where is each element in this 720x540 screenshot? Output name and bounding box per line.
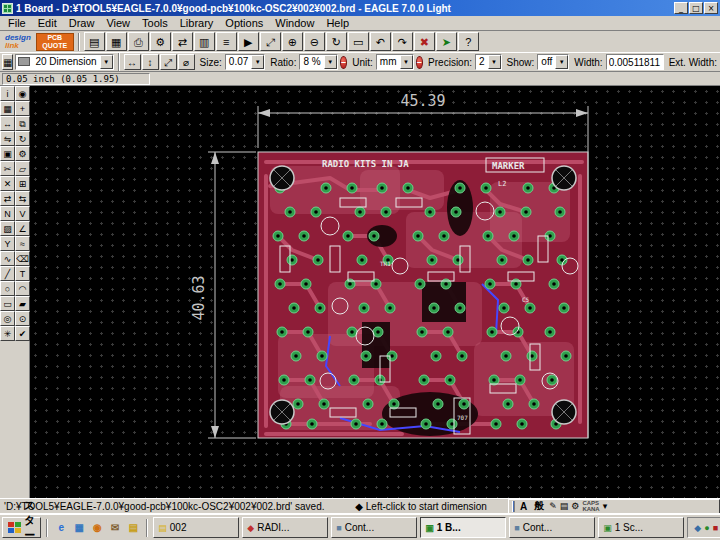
ime-grip[interactable]: [512, 501, 515, 512]
quick-folder-icon[interactable]: ▤: [125, 520, 141, 536]
zoom-select-button[interactable]: ▭: [348, 32, 369, 51]
chevron-down-icon[interactable]: ▼: [251, 55, 264, 69]
print-button[interactable]: ⎙: [128, 32, 149, 51]
dim-parallel-button[interactable]: ⤢: [160, 54, 177, 70]
cam-button[interactable]: ⚙: [150, 32, 171, 51]
display-tool-button[interactable]: ▦: [0, 101, 15, 116]
replace-tool-button[interactable]: ⇆: [15, 191, 30, 206]
tray-antivirus-icon[interactable]: ●: [704, 523, 709, 533]
menu-options[interactable]: Options: [219, 16, 269, 30]
pcb-quote-button[interactable]: PCB QUOTE: [36, 33, 74, 51]
delete-unit-button[interactable]: –: [416, 56, 424, 69]
change-tool-button[interactable]: ⚙: [15, 146, 30, 161]
menu-help[interactable]: Help: [320, 16, 355, 30]
rotate-tool-button[interactable]: ↻: [15, 131, 30, 146]
menu-tools[interactable]: Tools: [136, 16, 174, 30]
ime-minimize-icon[interactable]: ▾: [603, 501, 608, 511]
move-tool-button[interactable]: ↔: [0, 116, 15, 131]
tray-alert-icon[interactable]: ■: [713, 523, 718, 533]
quick-mail-icon[interactable]: ✉: [107, 520, 123, 536]
menu-library[interactable]: Library: [174, 16, 220, 30]
maximize-button[interactable]: □: [689, 2, 703, 14]
wire-tool-button[interactable]: ╱: [0, 266, 15, 281]
task-button-cont[interactable]: ■Cont...: [331, 517, 417, 538]
chevron-down-icon[interactable]: ▼: [100, 55, 113, 69]
zoom-out-button[interactable]: ⊖: [304, 32, 325, 51]
via-tool-button[interactable]: ◎: [0, 311, 15, 326]
dim-radius-button[interactable]: ⌀: [178, 54, 195, 70]
info-tool-button[interactable]: i: [0, 86, 15, 101]
ime-pen-icon[interactable]: ✎: [549, 501, 557, 511]
copy-tool-button[interactable]: ⧉: [15, 116, 30, 131]
ratio-select[interactable]: 8 % ▼: [299, 54, 337, 70]
zoom-in-button[interactable]: ⊕: [282, 32, 303, 51]
arc-tool-button[interactable]: ◠: [15, 281, 30, 296]
designlink-logo[interactable]: design link: [2, 34, 34, 50]
go-button[interactable]: ➤: [436, 32, 457, 51]
grid-button[interactable]: ▦: [2, 54, 13, 70]
name-tool-button[interactable]: N: [0, 206, 15, 221]
show-select[interactable]: off ▼: [537, 54, 569, 70]
unit-select[interactable]: mm ▼: [376, 54, 414, 70]
delete-size-button[interactable]: –: [340, 56, 348, 69]
menu-edit[interactable]: Edit: [32, 16, 63, 30]
dim-horizontal-button[interactable]: ↔: [124, 54, 141, 70]
run-ulp-button[interactable]: ▶: [238, 32, 259, 51]
titlebar[interactable]: 1 Board - D:¥TOOL5¥EAGLE-7.0.0¥good-pcb¥…: [0, 0, 720, 16]
hole-tool-button[interactable]: ⊙: [15, 311, 30, 326]
delete-tool-button[interactable]: ✕: [0, 176, 15, 191]
value-tool-button[interactable]: V: [15, 206, 30, 221]
ratsnest-tool-button[interactable]: ✳: [0, 326, 15, 341]
chevron-down-icon[interactable]: ▼: [324, 55, 337, 69]
tray-display-icon[interactable]: ◆: [694, 523, 701, 533]
menu-view[interactable]: View: [100, 16, 136, 30]
start-button[interactable]: スタート: [2, 517, 41, 538]
switch-board-schematic-button[interactable]: ⇄: [172, 32, 193, 51]
minimize-button[interactable]: _: [674, 2, 688, 14]
ime-tool-icon[interactable]: ⚙: [571, 501, 579, 511]
miter-tool-button[interactable]: ∠: [15, 221, 30, 236]
ime-conversion-mode[interactable]: 般: [532, 499, 546, 513]
menu-window[interactable]: Window: [269, 16, 320, 30]
open-button[interactable]: ▤: [84, 32, 105, 51]
split-tool-button[interactable]: Y: [0, 236, 15, 251]
menu-draw[interactable]: Draw: [63, 16, 101, 30]
smash-tool-button[interactable]: ▨: [0, 221, 15, 236]
quick-ie-icon[interactable]: e: [53, 520, 69, 536]
task-button-1sc[interactable]: ▣1 Sc...: [598, 517, 684, 538]
quick-desktop-icon[interactable]: ▦: [71, 520, 87, 536]
add-tool-button[interactable]: ⊞: [15, 176, 30, 191]
size-select[interactable]: 0.07 ▼: [225, 54, 265, 70]
redo-button[interactable]: ↷: [392, 32, 413, 51]
task-button-cont[interactable]: ■Cont...: [509, 517, 595, 538]
pcb-canvas[interactable]: RADIO KITS IN JAMARKERL2TR1C570745.3940.…: [30, 86, 720, 498]
route-tool-button[interactable]: ∿: [0, 251, 15, 266]
quick-media-icon[interactable]: ◉: [89, 520, 105, 536]
ime-input-mode[interactable]: A: [518, 501, 529, 512]
library-button[interactable]: ▥: [194, 32, 215, 51]
cut-tool-button[interactable]: ✂: [0, 161, 15, 176]
redraw-button[interactable]: ↻: [326, 32, 347, 51]
width-input[interactable]: [606, 54, 664, 70]
show-tool-button[interactable]: ◉: [15, 86, 30, 101]
precision-select[interactable]: 2 ▼: [475, 54, 502, 70]
polygon-tool-button[interactable]: ▰: [15, 296, 30, 311]
task-button-radi[interactable]: ◆RADI...: [242, 517, 328, 538]
chevron-down-icon[interactable]: ▼: [555, 55, 568, 69]
circle-tool-button[interactable]: ○: [0, 281, 15, 296]
mark-tool-button[interactable]: +: [15, 101, 30, 116]
pinswap-tool-button[interactable]: ⇄: [0, 191, 15, 206]
undo-button[interactable]: ↶: [370, 32, 391, 51]
zoom-fit-button[interactable]: ⤢: [260, 32, 281, 51]
menu-file[interactable]: File: [2, 16, 32, 30]
text-tool-button[interactable]: T: [15, 266, 30, 281]
help-button[interactable]: ?: [458, 32, 479, 51]
save-button[interactable]: ▦: [106, 32, 127, 51]
task-button-002[interactable]: ▤002: [153, 517, 239, 538]
chevron-down-icon[interactable]: ▼: [488, 55, 501, 69]
ripup-tool-button[interactable]: ⌫: [15, 251, 30, 266]
chevron-down-icon[interactable]: ▼: [400, 55, 413, 69]
ime-language-bar[interactable]: A 般 ✎ ▤ ⚙ CAPS KANA ▾: [508, 499, 720, 514]
task-button-1b[interactable]: ▣1 B...: [420, 517, 506, 538]
script-button[interactable]: ≡: [216, 32, 237, 51]
